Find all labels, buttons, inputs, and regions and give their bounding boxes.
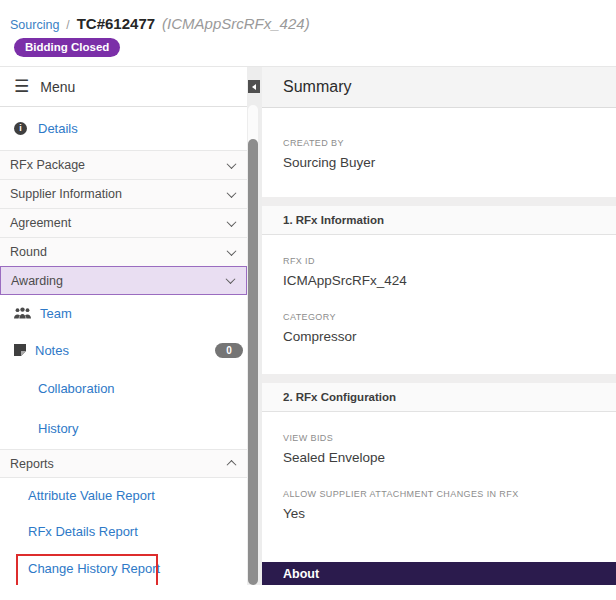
- sidebar-item-round[interactable]: Round: [0, 237, 247, 266]
- status-badge: Bidding Closed: [14, 38, 120, 57]
- sidebar-item-agreement[interactable]: Agreement: [0, 208, 247, 237]
- section-header-rfx-information: 1. RFx Information: [262, 206, 616, 235]
- chevron-down-icon: [226, 274, 236, 284]
- field-label: CREATED BY: [283, 138, 595, 148]
- chevron-up-icon: [227, 460, 237, 470]
- sidebar-item-awarding[interactable]: Awarding: [0, 266, 247, 295]
- sidebar-gutter: [247, 67, 262, 585]
- sidebar-item-collaboration[interactable]: Collaboration: [0, 369, 247, 407]
- sidebar-item-supplier-information[interactable]: Supplier Information: [0, 179, 247, 208]
- field-label: VIEW BIDS: [283, 433, 595, 443]
- chevron-down-icon: [227, 246, 237, 256]
- section-gap: [262, 374, 616, 383]
- panel-header: Summary: [262, 67, 616, 108]
- field-allow-supplier-attachment-changes: ALLOW SUPPLIER ATTACHMENT CHANGES IN RFX…: [283, 489, 595, 521]
- sidebar-menu-toggle[interactable]: ☰ Menu: [0, 67, 247, 107]
- team-people-icon: [14, 307, 31, 319]
- section-gap: [262, 197, 616, 206]
- panel-title: Summary: [283, 78, 351, 96]
- ticket-id: TC#612477: [77, 15, 155, 32]
- field-rfx-id: RFX ID ICMAppSrcRFx_424: [283, 256, 595, 288]
- breadcrumb-link-sourcing[interactable]: Sourcing: [10, 18, 59, 32]
- section-header-rfx-configuration: 2. RFx Configuration: [262, 383, 616, 412]
- chevron-down-icon: [227, 188, 237, 198]
- field-label: ALLOW SUPPLIER ATTACHMENT CHANGES IN RFX: [283, 489, 595, 499]
- about-section-bar[interactable]: About: [262, 562, 616, 585]
- sidebar-collapse-button[interactable]: [248, 80, 260, 93]
- sidebar-item-rfx-details-report[interactable]: RFx Details Report: [0, 512, 247, 550]
- content-area: ☰ Menu i Details RFx Package Supplier In…: [0, 66, 616, 585]
- sidebar-item-change-history-report[interactable]: Change History Report: [0, 550, 247, 585]
- chevron-down-icon: [227, 159, 237, 169]
- collapse-left-icon: [252, 84, 256, 90]
- field-label: RFX ID: [283, 256, 595, 266]
- rfx-name-subtitle: (ICMAppSrcRFx_424): [162, 15, 310, 32]
- sidebar-item-notes[interactable]: Notes 0: [0, 331, 247, 369]
- sidebar-item-team[interactable]: Team: [0, 295, 247, 331]
- sidebar: ☰ Menu i Details RFx Package Supplier In…: [0, 67, 247, 585]
- field-view-bids: VIEW BIDS Sealed Envelope: [283, 433, 595, 465]
- about-label: About: [283, 567, 319, 581]
- section-body-rfx-configuration: VIEW BIDS Sealed Envelope ALLOW SUPPLIER…: [262, 412, 616, 551]
- field-label: CATEGORY: [283, 312, 595, 322]
- page-header: Sourcing / TC#612477 (ICMAppSrcRFx_424) …: [0, 0, 616, 66]
- sidebar-item-rfx-package[interactable]: RFx Package: [0, 150, 247, 179]
- field-created-by: CREATED BY Sourcing Buyer: [283, 138, 595, 170]
- sidebar-item-history[interactable]: History: [0, 407, 247, 449]
- hamburger-icon: ☰: [14, 78, 29, 95]
- sidebar-item-details[interactable]: i Details: [0, 107, 247, 150]
- field-value: Compressor: [283, 329, 595, 344]
- chevron-down-icon: [227, 217, 237, 227]
- sidebar-scrollbar-thumb[interactable]: [248, 139, 258, 585]
- info-icon: i: [14, 122, 27, 135]
- created-by-card: CREATED BY Sourcing Buyer: [262, 108, 616, 197]
- field-value: Sourcing Buyer: [283, 155, 595, 170]
- sidebar-item-reports[interactable]: Reports: [0, 449, 247, 478]
- field-value: ICMAppSrcRFx_424: [283, 273, 595, 288]
- field-value: Sealed Envelope: [283, 450, 595, 465]
- note-icon: [14, 344, 26, 356]
- breadcrumb: Sourcing / TC#612477 (ICMAppSrcRFx_424): [10, 15, 616, 32]
- notes-count-badge: 0: [215, 343, 243, 358]
- summary-panel: Summary CREATED BY Sourcing Buyer 1. RFx…: [262, 67, 616, 585]
- breadcrumb-separator: /: [66, 18, 69, 32]
- sidebar-item-attribute-value-report[interactable]: Attribute Value Report: [0, 478, 247, 512]
- field-value: Yes: [283, 506, 595, 521]
- sidebar-menu-label: Menu: [40, 79, 75, 95]
- section-body-rfx-information: RFX ID ICMAppSrcRFx_424 CATEGORY Compres…: [262, 235, 616, 374]
- field-category: CATEGORY Compressor: [283, 312, 595, 344]
